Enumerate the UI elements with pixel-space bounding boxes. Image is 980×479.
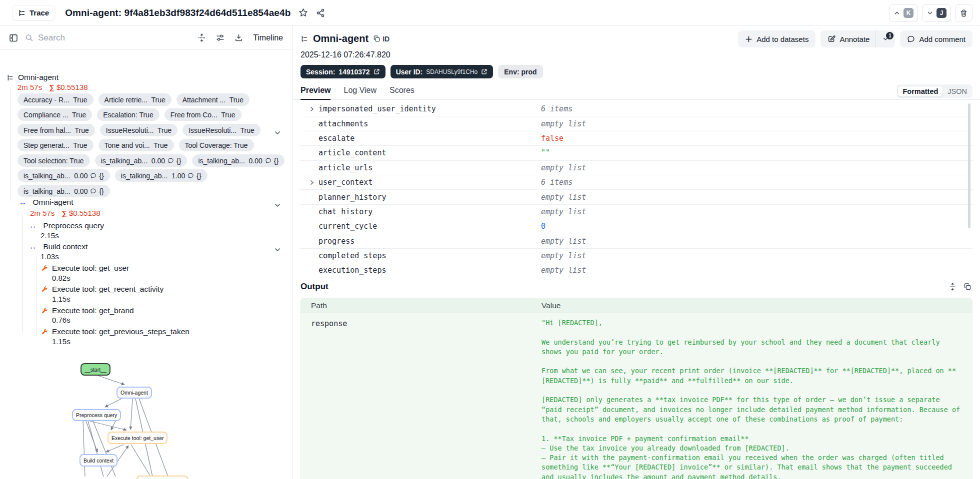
graph-node-execute-tool-get-user[interactable]: Execute tool: get_user bbox=[108, 432, 168, 444]
score-badge-row: is_talking_ab... 0.00{} bbox=[18, 185, 110, 197]
display-settings-icon[interactable] bbox=[216, 33, 224, 42]
format-toggle: Formatted JSON bbox=[896, 84, 972, 98]
span-row-preprocess-query[interactable]: ↔ Preprocess query bbox=[29, 221, 104, 230]
score-badge[interactable]: Accuracy - R... True bbox=[18, 93, 94, 106]
score-badge[interactable]: IssueResoluti... True bbox=[100, 124, 178, 136]
tool-row-get-recent-activity[interactable]: Execute tool: get_recent_activity bbox=[41, 285, 164, 294]
chevron-right-icon[interactable] bbox=[308, 179, 315, 186]
score-badge[interactable]: is_talking_ab... 0.00{} bbox=[18, 185, 110, 197]
score-badge[interactable]: is_talking_ab... 0.00{} bbox=[192, 154, 284, 167]
collapse-panel-icon[interactable] bbox=[9, 33, 18, 42]
score-badge[interactable]: Free from hal... True bbox=[18, 124, 95, 136]
table-row[interactable]: escalatefalse bbox=[300, 131, 972, 146]
sidebar-toolbar: Timeline bbox=[0, 26, 292, 50]
table-row[interactable]: article_urlsempty list bbox=[300, 161, 972, 175]
search-icon bbox=[25, 33, 34, 42]
tree-guide-line bbox=[36, 257, 36, 337]
bookmark-star-icon[interactable] bbox=[298, 8, 308, 17]
comment-icon bbox=[90, 172, 96, 179]
root-node-row[interactable]: Omni-agent bbox=[6, 73, 58, 82]
annotate-button[interactable]: Annotate bbox=[820, 30, 876, 47]
annotate-button-group: Annotate 1 bbox=[820, 30, 895, 47]
comment-icon bbox=[90, 188, 96, 194]
score-badge[interactable]: IssueResoluti... True bbox=[182, 124, 260, 136]
delete-trace-button[interactable] bbox=[955, 4, 972, 22]
score-badge[interactable]: Tone and voi... True bbox=[98, 139, 174, 151]
copy-id-chip[interactable]: ID bbox=[373, 35, 390, 43]
output-response-row[interactable]: response "Hi [REDACTED], We understand y… bbox=[301, 313, 972, 479]
trace-label: Trace bbox=[30, 8, 49, 17]
table-row[interactable]: user_context6 items bbox=[300, 175, 972, 190]
score-badge[interactable]: Tool Coverage: True bbox=[179, 139, 254, 151]
tool-row-get-previous-steps-taken[interactable]: Execute tool: get_previous_steps_taken bbox=[41, 327, 190, 336]
score-badge[interactable]: Free from Co... True bbox=[164, 108, 242, 121]
chevron-down-icon[interactable] bbox=[274, 201, 282, 209]
expand-collapse-all-icon[interactable] bbox=[198, 33, 206, 42]
add-to-datasets-button[interactable]: Add to datasets bbox=[738, 30, 816, 47]
table-row[interactable]: chat_historyempty list bbox=[300, 205, 972, 219]
tool-row-get-user[interactable]: Execute tool: get_user bbox=[41, 264, 129, 273]
span-icon: ↔ bbox=[19, 198, 26, 206]
session-badge[interactable]: Session: 14910372 bbox=[300, 65, 386, 78]
score-badge[interactable]: Escalation: True bbox=[97, 108, 159, 121]
format-formatted-option[interactable]: Formatted bbox=[898, 86, 943, 97]
span-row-build-context[interactable]: ↔ Build context bbox=[29, 242, 88, 251]
score-badge[interactable]: Compliance ... True bbox=[18, 108, 92, 121]
graph-node-preprocess-query[interactable]: Preprocess query bbox=[72, 409, 121, 421]
add-comment-button[interactable]: Add comment bbox=[900, 30, 972, 47]
tool-row-get-brand[interactable]: Execute tool: get_brand bbox=[41, 306, 134, 315]
env-badge: Env: prod bbox=[498, 65, 542, 78]
span-duration: 0.82s bbox=[52, 274, 70, 282]
chevron-down-icon[interactable] bbox=[274, 129, 282, 137]
output-row-key: response bbox=[311, 319, 347, 328]
table-row[interactable]: planner_historyempty list bbox=[300, 190, 972, 204]
score-badge[interactable]: is_talking_ab... 1.00{} bbox=[115, 169, 208, 182]
score-badge[interactable]: Article retrie... True bbox=[98, 93, 172, 106]
span-row-omni-agent[interactable]: ↔ Omni-agent bbox=[19, 198, 73, 207]
share-icon[interactable] bbox=[316, 8, 325, 17]
prev-trace-button[interactable]: K bbox=[889, 4, 918, 22]
next-trace-button[interactable]: J bbox=[922, 4, 951, 22]
tab-preview[interactable]: Preview bbox=[300, 84, 330, 100]
graph-node-partial[interactable] bbox=[136, 476, 188, 479]
span-icon: ↔ bbox=[29, 242, 36, 251]
format-json-option[interactable]: JSON bbox=[943, 86, 972, 96]
chevron-right-icon[interactable] bbox=[308, 106, 315, 112]
chevron-down-icon[interactable] bbox=[274, 246, 282, 254]
table-row[interactable]: execution_stepsempty list bbox=[300, 263, 972, 278]
search-box[interactable] bbox=[25, 33, 190, 43]
graph-node-start[interactable]: __start__ bbox=[80, 363, 110, 376]
tab-scores[interactable]: Scores bbox=[390, 84, 414, 100]
comment-icon bbox=[265, 157, 272, 164]
keycap-j: J bbox=[936, 8, 946, 18]
graph-node-build-context[interactable]: Build context bbox=[80, 454, 118, 467]
scrollbar-thumb[interactable] bbox=[968, 103, 970, 228]
score-badge[interactable]: Tool selection: True bbox=[18, 154, 90, 167]
tab-log-view[interactable]: Log View bbox=[344, 84, 376, 100]
score-badge[interactable]: is_talking_ab... 0.00{} bbox=[18, 169, 110, 182]
table-row[interactable]: article_content"" bbox=[300, 146, 972, 160]
score-badge[interactable]: Step generat... True bbox=[18, 139, 94, 151]
graph-node-omni-agent[interactable]: Omni-agent bbox=[116, 387, 152, 399]
table-row[interactable]: progressempty list bbox=[300, 234, 972, 249]
copy-icon[interactable] bbox=[964, 283, 972, 291]
root-latency: 2m 57s bbox=[18, 83, 42, 91]
table-row[interactable]: impersonated_user_identity6 items bbox=[300, 102, 972, 116]
trace-chip[interactable]: Trace bbox=[12, 5, 55, 20]
table-row[interactable]: attachmentsempty list bbox=[300, 116, 972, 131]
table-row[interactable]: completed_stepsempty list bbox=[300, 249, 972, 263]
score-badge[interactable]: Attachment ... True bbox=[176, 93, 250, 106]
download-icon[interactable] bbox=[234, 33, 243, 42]
trace-tree: Omni-agent 2m 57s ∑$0.55138 Accuracy - R… bbox=[0, 50, 292, 345]
table-row[interactable]: current_cycle0 bbox=[300, 219, 972, 234]
span-latency: 2m 57s bbox=[30, 209, 54, 217]
expand-vertical-icon[interactable] bbox=[948, 283, 956, 291]
score-badge[interactable]: is_talking_ab... 0.00{} bbox=[95, 154, 188, 167]
wrench-icon bbox=[41, 328, 48, 335]
score-badge-row: Tool selection: True is_talking_ab... 0.… bbox=[18, 154, 284, 167]
tree-guide-line bbox=[10, 87, 11, 201]
annotate-dropdown-button[interactable]: 1 bbox=[876, 30, 895, 47]
timeline-toggle[interactable]: Timeline bbox=[253, 33, 283, 42]
user-id-badge[interactable]: User ID: SDAHUSLy9f1CHo bbox=[390, 65, 494, 78]
search-input[interactable] bbox=[38, 33, 148, 43]
